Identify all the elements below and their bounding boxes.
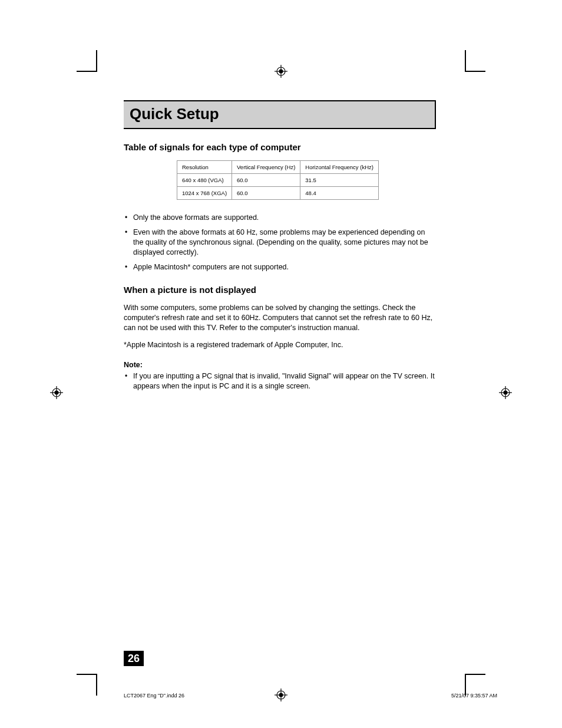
table-cell: 640 x 480 (VGA) (177, 174, 232, 187)
table-cell: 60.0 (232, 187, 300, 200)
section-heading-nopicture: When a picture is not displayed (124, 285, 436, 295)
list-item: If you are inputting a PC signal that is… (124, 371, 436, 391)
table-row: 640 x 480 (VGA) 60.0 31.5 (177, 174, 379, 187)
table-header-row: Resolution Vertical Frequency (Hz) Horiz… (177, 161, 379, 174)
title-bar: Quick Setup (124, 100, 436, 129)
table-cell: 1024 x 768 (XGA) (177, 187, 232, 200)
table-header-cell: Resolution (177, 161, 232, 174)
section-heading-signals: Table of signals for each type of comput… (124, 142, 436, 152)
signals-table: Resolution Vertical Frequency (Hz) Horiz… (177, 160, 379, 200)
table-cell: 60.0 (232, 174, 300, 187)
crop-mark (77, 71, 97, 72)
body-paragraph: With some computers, some problems can b… (124, 303, 436, 333)
page: Quick Setup Table of signals for each ty… (0, 0, 562, 728)
content-area: Quick Setup Table of signals for each ty… (124, 100, 436, 396)
registration-mark-icon (50, 386, 63, 399)
table-cell: 31.5 (300, 174, 379, 187)
crop-mark (465, 674, 485, 675)
footer-file-info: LCT2067 Eng "D".indd 26 (124, 693, 184, 699)
crop-mark (465, 50, 466, 72)
note-bullet-list: If you are inputting a PC signal that is… (124, 371, 436, 391)
registration-mark-icon (499, 386, 512, 399)
page-title: Quick Setup (130, 105, 429, 123)
note-label: Note: (124, 361, 436, 369)
list-item: Even with the above formats at 60 Hz, so… (124, 228, 436, 258)
table-cell: 48.4 (300, 187, 379, 200)
crop-mark (77, 674, 97, 675)
footer-timestamp: 5/21/07 9:35:57 AM (451, 693, 497, 699)
trademark-note: *Apple Macintosh is a registered tradema… (124, 340, 436, 350)
table-row: 1024 x 768 (XGA) 60.0 48.4 (177, 187, 379, 200)
list-item: Apple Macintosh* computers are not suppo… (124, 262, 436, 272)
registration-mark-icon (275, 65, 287, 78)
crop-mark (96, 50, 97, 72)
crop-mark (465, 71, 485, 72)
table-header-cell: Vertical Frequency (Hz) (232, 161, 300, 174)
registration-mark-icon (275, 689, 287, 701)
bullet-list-formats: Only the above formats are supported. Ev… (124, 213, 436, 272)
crop-mark (96, 674, 97, 696)
page-number: 26 (124, 651, 144, 666)
list-item: Only the above formats are supported. (124, 213, 436, 223)
table-header-cell: Horizontal Frequency (kHz) (300, 161, 379, 174)
